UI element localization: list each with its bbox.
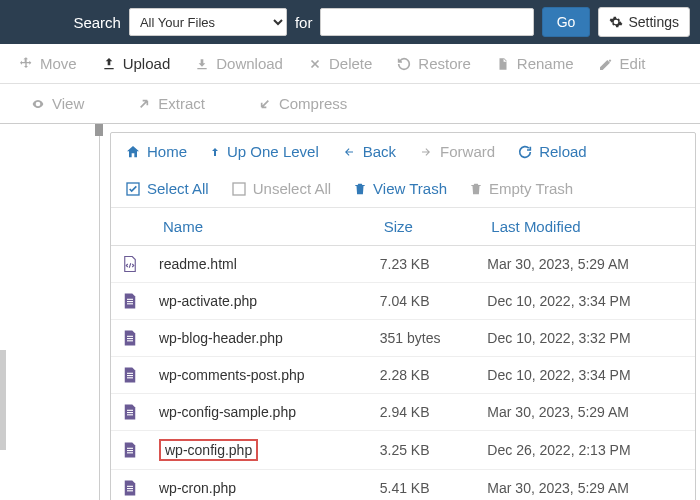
edit-button[interactable]: Edit (586, 49, 658, 78)
sidebar (0, 124, 100, 500)
download-button[interactable]: Download (182, 49, 295, 78)
move-icon (18, 56, 34, 72)
forward-arrow-icon (418, 146, 434, 158)
file-name: wp-config-sample.php (149, 394, 370, 431)
svg-rect-8 (127, 373, 133, 374)
svg-rect-18 (127, 488, 133, 489)
file-name: readme.html (149, 246, 370, 283)
file-icon (121, 478, 139, 498)
up-one-level-button[interactable]: Up One Level (209, 143, 319, 160)
extract-button[interactable]: Extract (124, 89, 217, 118)
file-modified: Mar 30, 2023, 5:29 AM (477, 470, 695, 501)
table-row[interactable]: wp-activate.php7.04 KBDec 10, 2022, 3:34… (111, 283, 695, 320)
trash-empty-icon (469, 181, 483, 197)
nav-row-2: Select All Unselect All View Trash Empty… (111, 170, 695, 207)
file-name: wp-activate.php (149, 283, 370, 320)
svg-rect-16 (127, 452, 133, 453)
svg-rect-4 (127, 303, 133, 304)
svg-rect-11 (127, 410, 133, 411)
search-label: Search (73, 14, 121, 31)
file-icon (121, 402, 139, 422)
upload-button[interactable]: Upload (89, 49, 183, 78)
secondary-toolbar: View Extract Compress (0, 84, 700, 124)
delete-icon (307, 56, 323, 72)
main-toolbar: Move Upload Download Delete Restore Rena… (0, 44, 700, 84)
rename-icon (495, 56, 511, 72)
table-row[interactable]: wp-comments-post.php2.28 KBDec 10, 2022,… (111, 357, 695, 394)
main-area: Home Up One Level Back Forward Reload (0, 124, 700, 500)
svg-rect-13 (127, 414, 133, 415)
file-modified: Mar 30, 2023, 5:29 AM (477, 246, 695, 283)
svg-rect-12 (127, 412, 133, 413)
forward-button[interactable]: Forward (418, 143, 495, 160)
table-row[interactable]: wp-blog-header.php351 bytesDec 10, 2022,… (111, 320, 695, 357)
file-panel: Home Up One Level Back Forward Reload (100, 124, 700, 500)
column-name[interactable]: Name (149, 208, 370, 246)
file-modified: Dec 26, 2022, 2:13 PM (477, 431, 695, 470)
table-row[interactable]: wp-config.php3.25 KBDec 26, 2022, 2:13 P… (111, 431, 695, 470)
svg-rect-10 (127, 377, 133, 378)
reload-button[interactable]: Reload (517, 143, 587, 160)
file-size: 7.04 KB (370, 283, 478, 320)
file-size: 3.25 KB (370, 431, 478, 470)
file-size: 2.28 KB (370, 357, 478, 394)
home-button[interactable]: Home (125, 143, 187, 160)
go-button[interactable]: Go (542, 7, 591, 37)
svg-rect-7 (127, 340, 133, 341)
file-icon (121, 254, 139, 274)
view-button[interactable]: View (18, 89, 96, 118)
table-row[interactable]: wp-cron.php5.41 KBMar 30, 2023, 5:29 AM (111, 470, 695, 501)
svg-rect-2 (127, 299, 133, 300)
checkbox-checked-icon (125, 181, 141, 197)
restore-button[interactable]: Restore (384, 49, 483, 78)
file-name: wp-blog-header.php (149, 320, 370, 357)
edit-icon (598, 56, 614, 72)
back-button[interactable]: Back (341, 143, 396, 160)
file-name: wp-comments-post.php (149, 357, 370, 394)
table-row[interactable]: readme.html7.23 KBMar 30, 2023, 5:29 AM (111, 246, 695, 283)
file-name: wp-cron.php (149, 470, 370, 501)
svg-rect-5 (127, 336, 133, 337)
svg-rect-1 (233, 183, 245, 195)
empty-trash-button[interactable]: Empty Trash (469, 180, 573, 197)
for-label: for (295, 14, 313, 31)
search-input[interactable] (320, 8, 533, 36)
reload-icon (517, 144, 533, 160)
extract-icon (136, 96, 152, 112)
file-modified: Dec 10, 2022, 3:34 PM (477, 357, 695, 394)
nav-row-1: Home Up One Level Back Forward Reload (111, 133, 695, 170)
svg-rect-6 (127, 338, 133, 339)
up-arrow-icon (209, 144, 221, 160)
column-modified[interactable]: Last Modified (477, 208, 695, 246)
download-icon (194, 56, 210, 72)
file-icon (121, 328, 139, 348)
file-icon (121, 291, 139, 311)
svg-rect-19 (127, 490, 133, 491)
file-table: Name Size Last Modified readme.html7.23 … (111, 208, 695, 500)
table-row[interactable]: wp-config-sample.php2.94 KBMar 30, 2023,… (111, 394, 695, 431)
back-arrow-icon (341, 146, 357, 158)
trash-icon (353, 181, 367, 197)
restore-icon (396, 56, 412, 72)
file-modified: Dec 10, 2022, 3:34 PM (477, 283, 695, 320)
column-size[interactable]: Size (370, 208, 478, 246)
sidebar-scroll-hint (0, 350, 6, 450)
search-bar: Search All Your Files for Go Settings (0, 0, 700, 44)
settings-label: Settings (628, 14, 679, 30)
file-size: 351 bytes (370, 320, 478, 357)
svg-rect-15 (127, 450, 133, 451)
svg-rect-9 (127, 375, 133, 376)
move-button[interactable]: Move (6, 49, 89, 78)
checkbox-empty-icon (231, 181, 247, 197)
settings-button[interactable]: Settings (598, 7, 690, 37)
view-trash-button[interactable]: View Trash (353, 180, 447, 197)
rename-button[interactable]: Rename (483, 49, 586, 78)
file-size: 7.23 KB (370, 246, 478, 283)
unselect-all-button[interactable]: Unselect All (231, 180, 331, 197)
select-all-button[interactable]: Select All (125, 180, 209, 197)
delete-button[interactable]: Delete (295, 49, 384, 78)
highlighted-file: wp-config.php (159, 439, 258, 461)
search-scope-select[interactable]: All Your Files (129, 8, 287, 36)
file-size: 5.41 KB (370, 470, 478, 501)
compress-button[interactable]: Compress (245, 89, 359, 118)
